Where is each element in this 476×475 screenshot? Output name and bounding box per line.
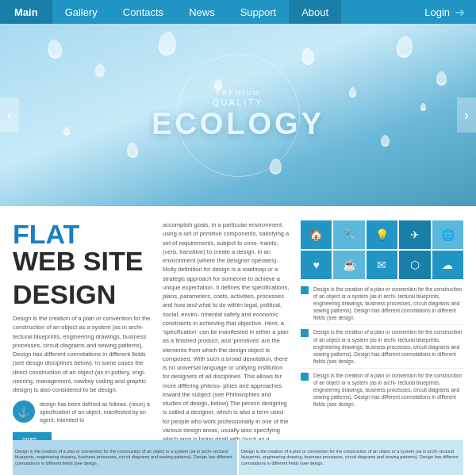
bottom-row: Design is the creation of a plan or conv… [13,440,463,475]
hero-section: PREMIUM QUALITY ECOLOGY ‹ › [0,24,476,206]
left-sub-text: design has been defined as follows. (nou… [40,400,152,423]
icon-plane[interactable]: ✈ [399,220,430,249]
bottom-img-2: Design is the creation of a plan or conv… [239,440,463,475]
nav-about[interactable]: About [289,0,341,24]
icon-coffee[interactable]: ☕ [333,251,364,279]
left-desc: Design is the creation of a plan or conv… [13,314,152,394]
nav-login[interactable]: Login ➜ [413,0,476,24]
bottom-text-2: Design is the creation of a plan or conv… [239,446,463,468]
hero-prev-button[interactable]: ‹ [0,98,19,132]
bullet-icon-2 [301,329,309,337]
right-section: 🏠 🔧 💡 ✈ 🌐 ♥ ☕ ✉ ⬡ ☁ Design is the creati… [301,220,463,431]
icon-globe[interactable]: 🌐 [432,220,463,249]
icon-home[interactable]: 🏠 [301,220,332,249]
flat-subtitle2: DESIGN [13,281,152,308]
right-text-3: Design is the creation of a plan or conv… [313,372,463,408]
left-icon-row: ⚓ design has been defined as follows. (n… [13,400,152,423]
right-row-2: Design is the creation of a plan or conv… [301,328,463,364]
icon-wrench[interactable]: 🔧 [333,220,364,249]
nav-logo[interactable]: Main [0,0,52,24]
nav-contacts[interactable]: Contacts [110,0,176,24]
left-section: FLAT WEB SITE DESIGN Design is the creat… [13,220,152,431]
more-button[interactable]: more... [13,432,52,440]
divider-2 [301,368,463,369]
hero-content: PREMIUM QUALITY ECOLOGY [177,54,300,177]
anchor-icon: ⚓ [13,400,35,423]
nav-gallery[interactable]: Gallery [52,0,110,24]
right-row-3: Design is the creation of a plan or conv… [301,372,463,408]
icon-mail[interactable]: ✉ [367,251,397,279]
divider-1 [301,324,463,325]
hero-badge: PREMIUM [216,89,261,97]
hero-title: ECOLOGY [152,107,324,141]
nav-support[interactable]: Support [228,0,290,24]
bullet-icon-1 [301,286,309,294]
icon-cloud[interactable]: ☁ [432,251,463,279]
icons-grid: 🏠 🔧 💡 ✈ 🌐 ♥ ☕ ✉ ⬡ ☁ [301,220,463,279]
icon-hex[interactable]: ⬡ [399,251,430,279]
flat-title: FLAT [13,220,152,247]
arrow-icon: ➜ [455,5,465,20]
right-text-1: Design is the creation of a plan or conv… [313,285,463,321]
flat-subtitle: WEB SITE [13,247,152,274]
main-content: FLAT WEB SITE DESIGN Design is the creat… [0,206,476,440]
navbar: Main Gallery Contacts News Support About… [0,0,476,24]
mid-text: accomplish goals, in a particular enviro… [163,220,290,440]
bottom-img-1: Design is the creation of a plan or conv… [13,440,237,475]
right-row-1: Design is the creation of a plan or conv… [301,285,463,321]
icon-heart[interactable]: ♥ [301,251,332,279]
mid-section: accomplish goals, in a particular enviro… [163,220,290,431]
bullet-icon-3 [301,373,309,381]
icon-bulb[interactable]: 💡 [367,220,397,249]
right-text-2: Design is the creation of a plan or conv… [313,328,463,364]
hero-next-button[interactable]: › [457,98,476,132]
hero-quality: QUALITY [213,98,263,107]
bottom-text-1: Design is the creation of a plan or conv… [13,446,237,468]
nav-news[interactable]: News [176,0,228,24]
